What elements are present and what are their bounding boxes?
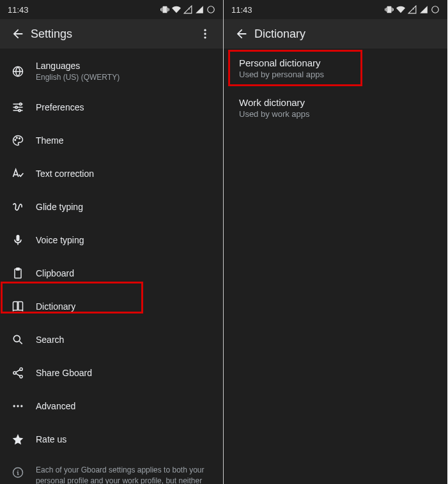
item-label: Dictionary [36,301,213,312]
info-block: Each of your Gboard settings applies to … [0,456,223,484]
overflow-menu-button[interactable] [192,21,218,47]
item-label: Clipboard [36,268,213,279]
back-button[interactable] [5,21,31,47]
svg-point-20 [20,405,22,407]
settings-item-rate-us[interactable]: Rate us [0,423,223,456]
info-text: Each of your Gboard settings applies to … [36,465,213,484]
settings-item-dictionary[interactable]: Dictionary [0,290,223,323]
svg-text:x: x [413,6,415,10]
svg-point-2 [204,29,206,31]
settings-item-search[interactable]: Search [0,323,223,356]
status-bar: 11:43 x [224,0,447,19]
book-icon [12,300,24,313]
settings-item-languages[interactable]: Languages English (US) (QWERTY) [0,49,223,91]
clipboard-icon [12,267,24,280]
settings-list[interactable]: Languages English (US) (QWERTY) Preferen… [0,49,223,484]
item-label: Preferences [36,102,213,113]
vibrate-icon [385,5,394,14]
globe-icon [12,65,24,78]
gesture-icon [12,200,24,213]
item-label: Text correction [36,168,213,179]
item-label: Glide typing [36,201,213,213]
svg-point-18 [13,405,15,407]
svg-point-3 [204,33,206,34]
item-label: Personal dictionary [239,57,432,68]
arrow-back-icon [235,27,249,41]
item-label: Share Gboard [36,367,213,379]
app-bar: Settings [0,19,223,49]
more-vert-icon [199,27,212,40]
signal-empty-icon: x [408,5,417,14]
settings-item-text-correction[interactable]: Text correction [0,157,223,190]
text-correction-icon [12,167,24,180]
settings-item-glide-typing[interactable]: Glide typing [0,190,223,223]
app-bar-title: Dictionary [254,27,442,41]
circle-icon [206,5,215,14]
svg-point-8 [19,109,20,111]
settings-item-preferences[interactable]: Preferences [0,91,223,124]
info-icon [12,466,24,479]
settings-item-theme[interactable]: Theme [0,124,223,157]
dictionary-screen: 11:43 x Dictionary Personal dictionary U… [224,0,447,484]
signal-empty-icon: x [183,5,192,14]
tune-icon [12,101,24,114]
settings-item-clipboard[interactable]: Clipboard [0,257,223,290]
item-sub: English (US) (QWERTY) [36,73,213,83]
svg-point-11 [19,138,20,139]
vibrate-icon [160,5,169,14]
status-icons: x [160,5,215,14]
more-horiz-icon [12,400,24,412]
wifi-icon [396,5,405,14]
status-time: 11:43 [8,5,29,15]
item-label: Rate us [36,434,213,445]
palette-icon [12,134,24,147]
svg-point-6 [20,103,22,105]
mic-icon [12,234,24,246]
arrow-back-icon [11,27,25,41]
svg-point-4 [204,36,206,38]
svg-point-23 [432,6,439,13]
signal-icon [419,5,428,14]
settings-item-voice-typing[interactable]: Voice typing [0,223,223,257]
item-label: Voice typing [36,234,213,246]
item-label: Languages [36,60,213,72]
circle-icon [431,5,440,14]
item-label: Advanced [36,400,213,412]
share-icon [12,367,24,379]
settings-item-share[interactable]: Share Gboard [0,356,223,389]
wifi-icon [172,5,181,14]
item-sub: Used by personal apps [239,70,432,79]
status-time: 11:43 [231,5,252,15]
app-bar-title: Settings [31,27,192,41]
item-label: Search [36,334,213,345]
svg-text:x: x [189,6,190,10]
svg-point-9 [15,139,16,140]
back-button[interactable] [229,21,254,47]
item-sub: Used by work apps [239,109,432,119]
dictionary-item-work[interactable]: Work dictionary Used by work apps [224,88,447,128]
settings-screen: 11:43 x Settings Languages [0,0,224,484]
search-icon [12,333,24,346]
svg-point-10 [17,137,18,139]
status-bar: 11:43 x [0,0,223,19]
star-icon [12,433,24,446]
dictionary-list[interactable]: Personal dictionary Used by personal app… [224,49,447,484]
item-label: Work dictionary [239,97,432,108]
status-icons: x [385,5,440,14]
item-label: Theme [36,135,213,146]
svg-point-19 [17,405,19,407]
svg-rect-13 [17,268,20,269]
svg-point-14 [13,335,20,342]
app-bar: Dictionary [224,19,447,49]
settings-item-advanced[interactable]: Advanced [0,389,223,423]
dictionary-item-personal[interactable]: Personal dictionary Used by personal app… [224,49,447,88]
svg-point-1 [208,6,215,13]
signal-icon [195,5,204,14]
svg-point-7 [15,106,17,108]
